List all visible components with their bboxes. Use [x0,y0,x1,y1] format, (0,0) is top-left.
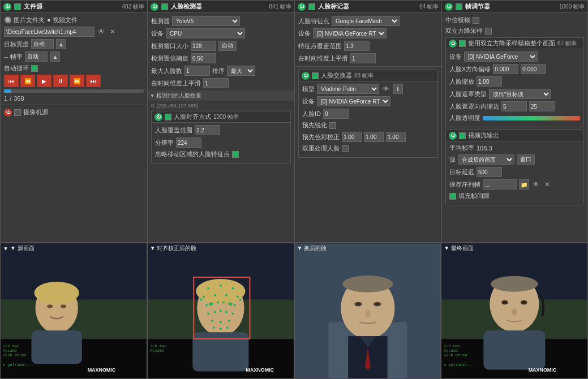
dual-process-checkbox[interactable] [342,145,349,152]
file-source-power[interactable]: ⏻ [3,3,11,11]
file-type-images[interactable]: 🔘 图片文件夹 [4,16,45,24]
landmarks-select[interactable]: Google FaceMesh [332,16,400,26]
face-aligner-enabled[interactable] [165,114,171,120]
resolution-input[interactable] [176,137,201,148]
bilateral-sub-enabled[interactable] [459,40,466,47]
transport-play[interactable]: ▶ [37,75,51,87]
marker-smooth-input[interactable] [350,53,376,63]
model-select[interactable]: Vladimir Putin [317,84,379,94]
svg-point-23 [203,296,205,298]
top-panels: ⏻ 文件源 482 帧率 🔘 图片文件夹 ● 视频文件 👁 ✕ 目标宽度 [0,0,588,243]
delay-input[interactable] [477,167,502,177]
marker-device-select[interactable]: [0] NVIDIA GeForce RTX [313,28,387,38]
smooth-label: 在时间维度上平滑 [151,79,201,88]
transport-prev-prev[interactable]: ⏮ [4,75,19,87]
pre-color-g[interactable] [364,132,384,142]
threshold-input[interactable] [191,53,216,63]
fill-gap-checkbox[interactable] [449,193,456,200]
transport-pause[interactable]: ⏸ [53,75,68,87]
face-detector-power[interactable]: ⏻ [151,3,158,11]
face-detector-enabled[interactable] [161,3,168,10]
detector-row: 检测器 YoloV5 [151,16,291,26]
target-width-up[interactable]: ▲ [56,39,66,49]
camera-source-row: ⏻ 摄像机源 [4,108,144,117]
face-aligner-power[interactable]: ⏻ [154,113,162,121]
window-btn[interactable]: 窗口 [517,154,535,165]
progress-bar-container[interactable] [4,89,144,93]
face-mask-type-select[interactable]: 淡出*目标淡 [489,89,551,99]
erode-input[interactable] [501,101,527,111]
stream-enabled[interactable] [459,132,466,139]
swapper-device-select[interactable]: [0] NVIDIA GeForce RTX [317,96,390,106]
bilateral-checkbox[interactable] [485,28,492,35]
model-eye-icon[interactable]: 👁 [381,84,390,93]
auto-loop-row: 自动循环 [4,64,144,72]
device-select[interactable]: CPU [166,28,245,38]
stream-power[interactable]: ⏻ [449,132,457,140]
face-swapper-subpanel: ⏻ 人脸交换器 88 帧率 模型 Vladimir Putin 👁 ℹ [298,70,438,158]
smooth-input[interactable] [203,78,229,88]
window-auto-btn[interactable]: 自动 [218,41,237,51]
x-offset-input[interactable] [493,64,518,74]
svg-point-66 [491,276,538,292]
file-eye-icon[interactable]: 👁 [97,27,106,36]
svg-text:sich ehren: sich ehren [444,353,467,358]
pre-color-b[interactable] [386,132,406,142]
bilateral-power[interactable]: ⏻ [449,40,457,48]
target-width-input[interactable] [31,39,54,49]
face-swapper-fps: 88 帧率 [354,72,374,80]
stream-body: 平均帧率 108.3 源 合成后的画面 窗口 目标延迟 [446,141,583,205]
transport-next-next[interactable]: ⏭ [86,75,101,87]
rate-label: 帧率 [10,53,23,61]
max-faces-input[interactable] [184,66,210,76]
landmark-range-row: 特征点覆盖范围 [298,41,438,51]
model-info-btn[interactable]: ℹ [393,84,403,94]
face-swapper-enabled[interactable] [312,72,319,79]
preview-final-label: ▼ 最终画面 [444,244,474,252]
pre-sharpen-checkbox[interactable] [329,122,336,129]
save-folder-icon[interactable]: 📁 [519,179,529,190]
transport-prev[interactable]: ⏪ [20,75,35,87]
adj-device-label: 设备 [449,53,462,61]
svg-point-43 [226,326,229,329]
face-marker-enabled[interactable] [308,3,315,10]
transport-next[interactable]: ⏩ [70,75,84,87]
face-scale-input[interactable] [477,76,502,87]
svg-text:sich ehren: sich ehren [3,353,27,358]
median-label: 中信模糊 [445,16,470,24]
save-eye-icon[interactable]: 👁 [531,180,540,189]
progress-text-row: 1 / 368 [4,95,144,102]
svg-point-37 [231,312,234,315]
rate-up[interactable]: ▲ [50,51,60,62]
y-offset-input[interactable] [521,64,546,74]
sort-select[interactable]: 最大 [227,66,255,76]
pre-color-r[interactable] [342,132,362,142]
camera-power[interactable]: ⏻ [4,109,12,117]
face-swapper-power[interactable]: ⏻ [302,72,310,80]
file-close-icon[interactable]: ✕ [108,27,117,36]
file-source-enabled[interactable] [14,3,21,10]
save-close-icon[interactable]: ✕ [543,180,552,189]
x-offset-row: 人脸X方向偏移 [449,64,580,74]
ignore-moving-checkbox[interactable] [232,151,239,158]
face-id-input[interactable] [323,109,349,119]
median-checkbox[interactable] [473,17,479,24]
file-path-input[interactable] [4,27,95,37]
landmark-range-input[interactable] [344,41,370,51]
camera-checkbox[interactable] [14,109,21,116]
file-path-row: 🔘 图片文件夹 ● 视频文件 [4,16,144,24]
svg-text:hycame: hycame [150,348,164,353]
frame-adjuster-enabled[interactable] [456,3,462,10]
detector-select[interactable]: YoloV5 [172,16,240,26]
window-size-input[interactable] [191,41,216,51]
source-select[interactable]: 合成后的画面 [458,154,514,165]
coverage-input[interactable] [195,125,220,135]
rate-input[interactable] [25,51,48,62]
save-path-input[interactable] [483,179,517,190]
auto-loop-checkbox[interactable] [31,65,38,72]
face-marker-power[interactable]: ⏻ [298,3,306,11]
frame-adjuster-power[interactable]: ⏻ [445,3,453,11]
blur-input[interactable] [529,101,555,111]
adj-device-select[interactable]: [0] NVIDIA GeForce [464,51,538,62]
file-type-video[interactable]: ● 视频文件 [47,16,78,24]
